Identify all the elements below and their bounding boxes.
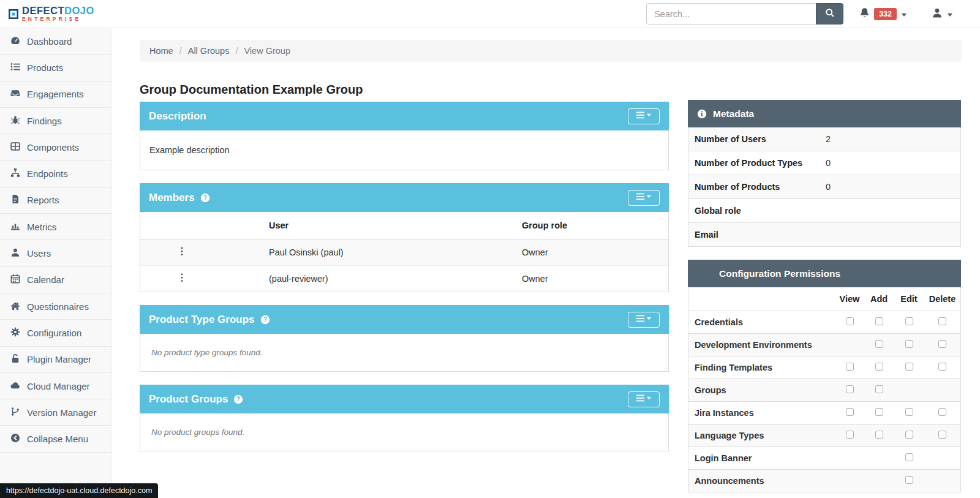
page-title: Group Documentation Example Group — [140, 83, 669, 97]
configuration-permissions-panel: Configuration Permissions View Add Edit — [688, 260, 961, 492]
breadcrumb-home[interactable]: Home — [149, 46, 173, 56]
permission-cell — [894, 334, 924, 357]
permission-cell — [835, 424, 864, 447]
permission-cell — [924, 334, 960, 357]
permission-checkbox[interactable] — [875, 340, 883, 348]
permission-checkbox[interactable] — [905, 317, 913, 325]
svg-text:?: ? — [236, 396, 240, 402]
permission-checkbox[interactable] — [846, 385, 854, 393]
breadcrumb-separator: / — [235, 46, 238, 56]
sidebar-item-components[interactable]: Components — [0, 134, 111, 160]
panel-title: Members — [149, 192, 195, 204]
table-row: Development Environments — [688, 334, 960, 357]
members-col-user: User — [223, 212, 517, 240]
permission-checkbox[interactable] — [846, 431, 854, 439]
sidebar-item-engagements[interactable]: Engagements — [0, 81, 111, 108]
search-input[interactable] — [646, 3, 816, 25]
sidebar-item-endpoints[interactable]: Endpoints — [0, 160, 111, 187]
permission-cell — [835, 470, 864, 492]
metadata-value — [822, 223, 960, 247]
permission-checkbox[interactable] — [875, 317, 883, 325]
metadata-value: 0 — [822, 151, 960, 175]
sidebar-item-plugin-manager[interactable]: Plugin Manager — [0, 347, 111, 373]
permission-cell — [835, 447, 864, 470]
arrow-circle-left-icon — [10, 433, 20, 445]
member-role: Owner — [517, 266, 668, 292]
help-icon[interactable]: ? — [233, 394, 243, 404]
sidebar-item-cloud-manager[interactable]: Cloud Manager — [0, 373, 111, 399]
product-type-groups-panel: Product Type Groups ? No product type gr… — [140, 305, 669, 372]
brand-enterprise: ENTERPRISE — [22, 16, 94, 22]
members-panel: Members ? User — [140, 183, 669, 292]
permission-checkbox[interactable] — [905, 408, 913, 416]
permission-cell — [894, 424, 924, 447]
permission-checkbox[interactable] — [905, 431, 913, 439]
user-menu-dropdown[interactable] — [932, 7, 953, 21]
inbox-icon — [10, 88, 20, 100]
permission-checkbox[interactable] — [938, 408, 946, 416]
empty-state-text: No product type groups found. — [140, 334, 669, 372]
permission-cell — [864, 311, 894, 334]
unlock-icon — [10, 353, 20, 365]
table-row: Number of Product Types0 — [688, 151, 960, 175]
permission-cell — [864, 379, 894, 402]
panel-menu-button[interactable] — [628, 312, 660, 328]
caret-down-icon — [901, 9, 907, 20]
permission-checkbox[interactable] — [846, 317, 854, 325]
permission-checkbox[interactable] — [938, 363, 946, 371]
metadata-panel: Metadata Number of Users2 Number of Prod… — [688, 100, 961, 247]
permission-cell — [864, 357, 894, 379]
breadcrumb-all-groups[interactable]: All Groups — [188, 46, 230, 56]
permission-checkbox[interactable] — [875, 385, 883, 393]
notifications-dropdown[interactable]: 332 — [859, 7, 907, 20]
permission-cell — [924, 470, 960, 492]
svg-text:?: ? — [263, 316, 266, 323]
row-actions-menu[interactable] — [177, 272, 187, 285]
permission-cell — [864, 470, 894, 492]
perm-col-add: Add — [864, 287, 894, 311]
sidebar-item-calendar[interactable]: Calendar — [0, 267, 111, 293]
panel-menu-button[interactable] — [628, 190, 660, 206]
search-button[interactable] — [816, 3, 843, 25]
permission-checkbox[interactable] — [905, 453, 913, 461]
sidebar-item-version-manager[interactable]: Version Manager — [0, 399, 111, 426]
calendar-icon — [10, 274, 20, 285]
search-icon — [825, 8, 835, 20]
permission-checkbox[interactable] — [938, 431, 946, 439]
sidebar-item-reports[interactable]: Reports — [0, 187, 111, 214]
sidebar-item-findings[interactable]: Findings — [0, 108, 111, 134]
permission-checkbox[interactable] — [846, 363, 854, 371]
info-icon — [697, 109, 707, 119]
gauge-icon — [10, 36, 20, 47]
perm-col-view: View — [835, 287, 864, 311]
sidebar-item-configuration[interactable]: Configuration — [0, 320, 111, 346]
help-icon[interactable]: ? — [200, 193, 210, 203]
table-row: Global role — [688, 199, 960, 223]
permission-checkbox[interactable] — [905, 476, 913, 484]
permission-checkbox[interactable] — [905, 363, 913, 371]
metadata-table: Number of Users2 Number of Product Types… — [688, 127, 960, 246]
permission-checkbox[interactable] — [875, 431, 883, 439]
sidebar-item-metrics[interactable]: Metrics — [0, 214, 111, 240]
permission-cell — [864, 402, 894, 424]
hamburger-caret-icon — [636, 111, 652, 121]
help-icon[interactable]: ? — [260, 315, 270, 325]
permission-checkbox[interactable] — [875, 363, 883, 371]
sidebar-item-products[interactable]: Products — [0, 55, 111, 81]
brand-name: DEFECTDOJO — [22, 6, 94, 15]
sidebar-item-questionnaires[interactable]: Questionnaires — [0, 293, 111, 320]
permission-checkbox[interactable] — [938, 340, 946, 348]
product-groups-panel: Product Groups ? No product groups found… — [140, 385, 669, 451]
panel-menu-button[interactable] — [628, 108, 660, 124]
hamburger-caret-icon — [636, 193, 652, 202]
sidebar-item-users[interactable]: Users — [0, 240, 111, 266]
sidebar-item-collapse-menu[interactable]: Collapse Menu — [0, 426, 111, 452]
permission-checkbox[interactable] — [875, 408, 883, 416]
sidebar-item-dashboard[interactable]: Dashboard — [0, 28, 111, 55]
permission-checkbox[interactable] — [846, 408, 854, 416]
row-actions-menu[interactable] — [177, 246, 187, 259]
brand-logo[interactable]: DEFECTDOJO ENTERPRISE — [9, 6, 94, 22]
panel-menu-button[interactable] — [628, 391, 660, 407]
permission-checkbox[interactable] — [905, 340, 913, 348]
permission-checkbox[interactable] — [938, 317, 946, 325]
